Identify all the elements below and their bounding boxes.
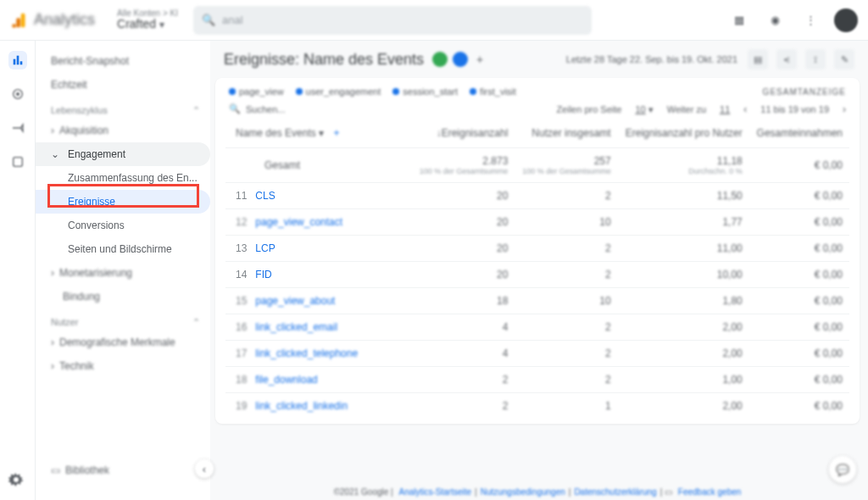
help-fab-icon[interactable]: 💬 [829,456,856,483]
nav-config-icon[interactable] [8,153,27,171]
nav-reports-icon[interactable] [8,51,27,69]
event-name-link[interactable]: page_view_about [255,295,335,307]
table-row[interactable]: 11 CLS20211,50€ 0,00 [225,183,849,209]
svg-rect-1 [16,18,20,27]
event-name-link[interactable]: page_view_contact [255,216,342,228]
sidebar-sub-summary[interactable]: Zusammenfassung des En... [36,166,210,190]
left-rail [0,41,36,500]
table-row[interactable]: 17 link_clicked_telephone422,00€ 0,00 [225,341,849,367]
apps-icon[interactable]: ▦ [727,8,751,32]
event-name-link[interactable]: LCP [255,242,275,254]
brand-label: Analytics [34,11,95,29]
share-icon[interactable]: ⪪ [776,49,797,69]
sidebar-library[interactable]: ▭Bibliothek [51,464,109,476]
event-name-link[interactable]: link_clicked_telephone [255,347,358,359]
sidebar-section-lifecycle: Lebenszyklus ⌃ [36,97,210,119]
user-avatar[interactable] [834,8,858,32]
sidebar-item-retention[interactable]: Bindung [36,285,210,308]
svg-rect-8 [13,158,22,167]
sidebar-item-technology[interactable]: ›Technik [36,354,210,378]
table-search-icon[interactable]: 🔍 [229,103,241,115]
nav-advertise-icon[interactable] [8,119,27,137]
global-search[interactable]: 🔍 anal [193,6,592,35]
event-name-link[interactable]: file_download [255,374,317,386]
page-next-icon[interactable]: › [843,103,846,115]
help-icon[interactable]: ◉ [763,8,787,32]
event-name-link[interactable]: CLS [255,190,275,202]
svg-rect-5 [19,61,22,64]
report-title: Ereignisse: Name des Events [224,51,424,69]
search-input[interactable]: anal [222,14,243,26]
svg-point-7 [16,92,19,96]
settings-gear-icon[interactable] [8,472,24,490]
date-range[interactable]: Letzte 28 Tage 22. Sep. bis 19. Okt. 202… [566,54,737,64]
main-content: Ereignisse: Name des Events + Letzte 28 … [210,41,868,500]
table-row[interactable]: 13 LCP20211,00€ 0,00 [225,236,849,262]
sidebar-sub-events[interactable]: Ereignisse [36,190,210,214]
table-row[interactable]: 16 link_clicked_email422,00€ 0,00 [225,314,849,341]
table-search-input[interactable]: Suchen... [246,104,285,114]
sidebar-section-user: Nutzer ⌃ [36,308,210,331]
table-row[interactable]: 12 page_view_contact20101,77€ 0,00 [225,209,849,236]
collapse-sidebar-icon[interactable]: ‹ [195,459,214,478]
page-footer: ©2021 Google | Analytics-Startseite|Nutz… [210,487,868,497]
nav-explore-icon[interactable] [8,85,27,103]
table-row[interactable]: 19 link_clicked_linkedin212,00€ 0,00 [225,393,849,419]
page-prev-icon[interactable]: ‹ [743,103,747,115]
sidebar-sub-conversions[interactable]: Conversions [36,214,210,237]
top-bar: Analytics Alle Konten > KI Crafted ▾ 🔍 a… [0,0,868,41]
property-picker[interactable]: Alle Konten > KI Crafted ▾ [117,8,178,31]
page-range: 11 bis 19 von 19 [760,104,829,114]
segment-chip[interactable]: + [432,52,483,67]
svg-rect-4 [16,56,19,65]
library-icon: ▭ [51,464,60,476]
add-segment-icon[interactable]: + [476,53,483,66]
compare-label: GESAMTANZEIGE [763,87,846,97]
report-header: Ereignisse: Name des Events + Letzte 28 … [210,41,868,78]
report-card: page_view user_engagement session_start … [215,78,860,424]
table-row[interactable]: 15 page_view_about18101,80€ 0,00 [225,288,849,314]
event-name-link[interactable]: link_clicked_email [255,321,337,333]
event-name-link[interactable]: link_clicked_linkedin [255,400,348,412]
rows-per-page-select[interactable]: 10 ▾ [635,104,653,115]
ga-logo-icon [10,11,29,30]
table-row[interactable]: 14 FID20210,00€ 0,00 [225,262,849,288]
customise-icon[interactable]: ▤ [748,49,768,69]
svg-rect-3 [13,59,15,65]
sidebar-item-monetization[interactable]: ›Monetarisierung [36,261,210,285]
sidebar-item-snapshot[interactable]: Bericht-Snapshot [36,49,210,73]
sidebar-item-engagement[interactable]: ⌄Engagement [36,142,210,166]
table-row[interactable]: 18 file_download221,00€ 0,00 [225,367,849,393]
more-icon[interactable]: ⋮ [798,8,822,32]
svg-rect-0 [21,13,25,27]
svg-point-2 [12,24,16,28]
report-sidebar: Bericht-Snapshot Echtzeit Lebenszyklus ⌃… [36,41,210,500]
events-table: Name des Events ▾ + ↓Ereignisanzahl Nutz… [225,122,849,419]
sidebar-item-demographic[interactable]: ›Demografische Merkmale [36,331,210,354]
sidebar-item-acquisition[interactable]: ›Akquisition [36,119,210,142]
sidebar-sub-pages[interactable]: Seiten und Bildschirme [36,237,210,261]
edit-icon[interactable]: ✎ [834,49,854,69]
table-controls: 🔍 Suchen... Zeilen pro Seite 10 ▾ Weiter… [225,102,849,122]
sidebar-item-realtime[interactable]: Echtzeit [36,73,210,97]
search-icon: 🔍 [202,14,215,26]
goto-row-input[interactable]: 11 [720,104,730,114]
event-name-link[interactable]: FID [255,269,271,281]
chart-legend: page_view user_engagement session_start … [225,85,849,102]
insights-icon[interactable]: ⟟ [805,49,826,69]
